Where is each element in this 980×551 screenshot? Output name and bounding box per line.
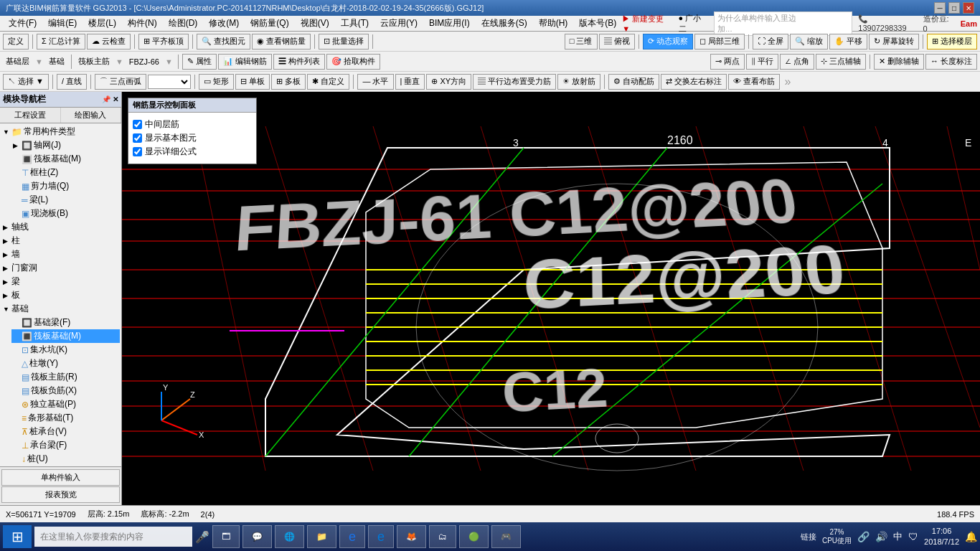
tree-node-door-window[interactable]: ▶ 门窗洞	[1, 261, 120, 275]
checkbox-mid-rebar[interactable]: 中间层筋	[133, 118, 252, 131]
btn-single-input[interactable]: 单构件输入	[1, 469, 120, 486]
tree-node-pile-cap[interactable]: ⊼ 桩承台(V)	[11, 425, 120, 438]
tree-node-axis-line[interactable]: ▶ 轴线	[1, 220, 120, 234]
btn-align-top[interactable]: ⊞ 平齐板顶	[138, 34, 189, 50]
start-button[interactable]: ⊞	[3, 525, 32, 548]
tree-node-raft[interactable]: 🔳 筏板基础(M)	[11, 152, 120, 166]
btn-calc[interactable]: Σ 汇总计算	[37, 34, 85, 50]
menu-online[interactable]: 在线服务(S)	[476, 16, 533, 31]
btn-local-3d[interactable]: ◻ 局部三维	[694, 34, 745, 50]
btn-xy-dir[interactable]: ⊕ XY方向	[426, 74, 471, 90]
tree-node-common[interactable]: ▼ 📁 常用构件类型	[1, 125, 120, 138]
menu-view[interactable]: 视图(V)	[295, 16, 335, 31]
btn-view-rebar-layout[interactable]: 👁 查看布筋	[728, 74, 780, 90]
btn-3d[interactable]: □ 三维	[565, 34, 598, 50]
tree-node-raft-neg-rebar[interactable]: ▤ 筏板负筋(X)	[11, 384, 120, 397]
btn-top-view[interactable]: ▤ 俯视	[599, 34, 635, 50]
btn-dynamic-observe[interactable]: ⟳ 动态观察	[643, 34, 693, 50]
tree-node-wall[interactable]: ▶ 墙	[1, 248, 120, 261]
taskbar-app-green[interactable]: 🟢	[459, 525, 489, 548]
btn-custom[interactable]: ✱ 自定义	[307, 74, 349, 90]
lang-indicator[interactable]: 中	[893, 530, 903, 543]
btn-delete-axis[interactable]: ✕ 删除辅轴	[874, 54, 924, 70]
cb-show-formula[interactable]	[133, 147, 142, 156]
cb-show-elem[interactable]	[133, 133, 142, 143]
menu-version[interactable]: 版本号(B)	[573, 16, 622, 31]
tree-node-sump[interactable]: ⊡ 集水坑(K)	[11, 343, 120, 357]
menu-help[interactable]: 帮助(H)	[533, 16, 574, 31]
btn-point-angle[interactable]: ∠ 点角	[780, 54, 814, 70]
taskbar-app-fox[interactable]: 🦊	[397, 525, 426, 548]
taskbar-app-folder[interactable]: 🗂	[429, 525, 456, 548]
arc-select[interactable]	[148, 75, 191, 89]
btn-auto-rebar[interactable]: ⚙ 自动配筋	[608, 74, 659, 90]
btn-parallel-rebar[interactable]: ▤ 平行边布置受力筋	[473, 74, 556, 90]
sidebar-pin-icon[interactable]: 📌 ✕	[102, 95, 118, 103]
checkbox-show-formula[interactable]: 显示详细公式	[133, 146, 252, 158]
tree-node-board[interactable]: ▣ 现浇板(B)	[11, 207, 120, 220]
menu-cloud[interactable]: 云应用(Y)	[374, 16, 423, 31]
btn-property[interactable]: ✎ 属性	[182, 54, 217, 70]
btn-pick-component[interactable]: 🎯 拾取构件	[326, 54, 380, 70]
search-box-btn[interactable]: 为什么单构件输入里边加...	[714, 11, 852, 36]
checkbox-show-elem[interactable]: 显示基本图元	[133, 132, 252, 144]
float-panel-title[interactable]: 钢筋显示控制面板	[128, 98, 256, 113]
cb-mid-rebar[interactable]	[133, 120, 142, 129]
btn-single-board[interactable]: ⊟ 单板	[235, 74, 270, 90]
menu-component[interactable]: 构件(N)	[122, 16, 163, 31]
btn-screen-rotate[interactable]: ↻ 屏幕旋转	[869, 34, 919, 50]
tree-node-raft-main-rebar[interactable]: ▤ 筏板主筋(R)	[11, 370, 120, 384]
taskbar-app-chat[interactable]: 💬	[242, 525, 272, 548]
taskbar-app-edge[interactable]: e	[368, 525, 394, 548]
tree-node-liang[interactable]: ▶ 梁	[1, 275, 120, 288]
menu-edit[interactable]: 编辑(E)	[42, 16, 83, 31]
tree-node-shearwall[interactable]: ▦ 剪力墙(Q)	[11, 179, 120, 193]
btn-component-list[interactable]: ☰ 构件列表	[273, 54, 325, 70]
canvas-area[interactable]: 2160 3 4 E Z X Y FBZJ-61 C12@200 C	[122, 92, 980, 505]
btn-line[interactable]: / 直线	[57, 74, 87, 90]
tree-node-column[interactable]: ⊤ 框柱(Z)	[11, 166, 120, 179]
tree-node-base-beam[interactable]: 🔲 基础梁(F)	[11, 316, 120, 329]
tree-node-cap-beam[interactable]: ⊥ 承台梁(F)	[11, 438, 120, 452]
btn-multi-board[interactable]: ⊞ 多板	[271, 74, 306, 90]
network-icon[interactable]: 🔗	[857, 531, 870, 542]
btn-vertical[interactable]: | 垂直	[395, 74, 425, 90]
taskbar-app-ie[interactable]: e	[339, 525, 365, 548]
btn-select-floor[interactable]: ⊞ 选择楼层	[927, 34, 977, 50]
btn-fullscreen[interactable]: ⛶ 全屏	[753, 34, 788, 50]
menu-tools[interactable]: 工具(T)	[335, 16, 374, 31]
taskbar-app-browser1[interactable]: 🌐	[275, 525, 304, 548]
btn-batch-select[interactable]: ⊡ 批量选择	[319, 34, 369, 50]
btn-find-elem[interactable]: 🔍 查找图元	[197, 34, 250, 50]
tree-node-foundation[interactable]: ▼ 基础	[1, 302, 120, 316]
tree-node-beam[interactable]: ═ 梁(L)	[11, 193, 120, 207]
btn-select[interactable]: ↖ 选择 ▼	[3, 74, 49, 90]
new-change-btn[interactable]: ▶ 新建变更 ▼	[622, 14, 672, 33]
taskbar-app-game[interactable]: 🎮	[491, 525, 521, 548]
btn-edit-rebar[interactable]: 📊 编辑钢筋	[218, 54, 272, 70]
btn-swap-mark[interactable]: ⇄ 交换左右标注	[661, 74, 727, 90]
btn-parallel[interactable]: ∥ 平行	[746, 54, 778, 70]
antivirus-icon[interactable]: 🛡	[908, 531, 918, 542]
btn-zoom[interactable]: 🔍 缩放	[790, 34, 828, 50]
btn-define[interactable]: 定义	[3, 34, 29, 50]
tree-node-pile[interactable]: ↓ 桩(U)	[11, 452, 120, 466]
btn-two-point[interactable]: ⊸ 两点	[710, 54, 745, 70]
notification-icon[interactable]: 🔔	[965, 531, 977, 542]
btn-cloud-check[interactable]: ☁ 云检查	[87, 34, 131, 50]
tree-node-strip-footing[interactable]: ≡ 条形基础(T)	[11, 411, 120, 425]
menu-rebar-qty[interactable]: 钢筋量(Q)	[245, 16, 294, 31]
tree-node-ind-footing[interactable]: ⊛ 独立基础(P)	[11, 397, 120, 411]
btn-report-preview[interactable]: 报表预览	[1, 486, 120, 503]
btn-length-mark[interactable]: ↔ 长度标注	[925, 54, 977, 70]
btn-arc[interactable]: ⌒ 三点画弧	[95, 74, 146, 90]
menu-file[interactable]: 文件(F)	[3, 16, 42, 31]
btn-view-rebar[interactable]: ◉ 查看钢筋量	[252, 34, 311, 50]
menu-modify[interactable]: 修改(M)	[203, 16, 245, 31]
btn-three-point-axis[interactable]: ⊹ 三点辅轴	[816, 54, 866, 70]
tree-node-raft2[interactable]: 🔳 筏板基础(M)	[11, 329, 120, 343]
menu-bim[interactable]: BIM应用(I)	[423, 16, 476, 31]
btn-rect[interactable]: ▭ 矩形	[199, 74, 234, 90]
tree-node-col[interactable]: ▶ 柱	[1, 234, 120, 248]
guangfu-btn[interactable]: ● 广小二	[679, 13, 709, 34]
